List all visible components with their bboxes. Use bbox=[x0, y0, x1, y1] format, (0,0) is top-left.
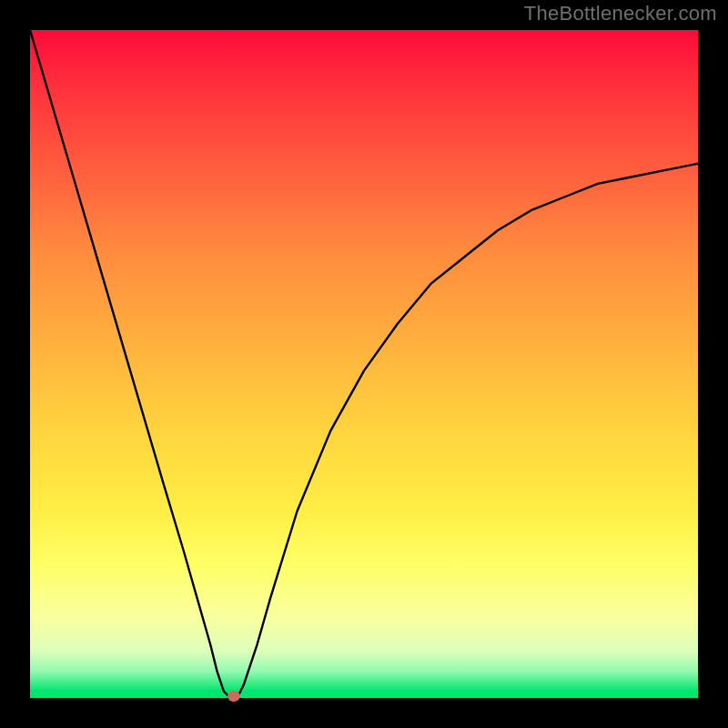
bottleneck-marker-dot bbox=[228, 691, 240, 702]
attribution-text: TheBottlenecker.com bbox=[524, 2, 717, 25]
chart-curve bbox=[30, 30, 698, 698]
chart-wrapper: TheBottlenecker.com bbox=[0, 0, 728, 728]
